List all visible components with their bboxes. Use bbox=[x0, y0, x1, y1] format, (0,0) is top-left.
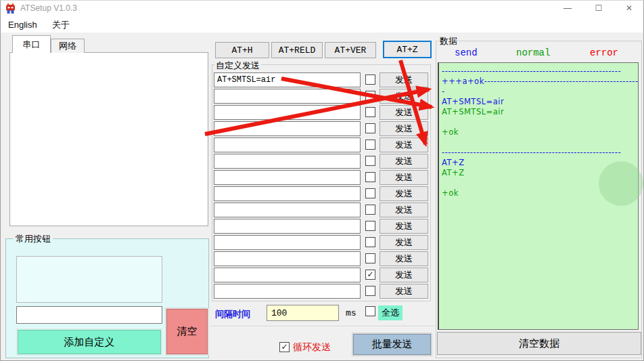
send-button-10[interactable]: 发送 bbox=[380, 235, 428, 250]
legend-error: error bbox=[590, 47, 618, 58]
custom-send-input-4[interactable] bbox=[214, 137, 361, 152]
custom-send-checkbox-8[interactable] bbox=[365, 205, 375, 215]
custom-send-input-10[interactable] bbox=[214, 235, 361, 250]
send-button-5[interactable]: 发送 bbox=[380, 154, 428, 169]
custom-send-checkbox-5[interactable] bbox=[365, 156, 375, 166]
interval-label: 间隔时间 bbox=[215, 308, 250, 320]
send-button-0[interactable]: 发送 bbox=[380, 72, 428, 87]
clear-common-button[interactable]: 清空 bbox=[166, 309, 208, 354]
clear-data-button[interactable]: 清空数据 bbox=[437, 332, 641, 355]
quick-button-atreld[interactable]: AT+RELD bbox=[271, 42, 323, 58]
menu-bar: English关于 bbox=[0, 17, 644, 33]
custom-send-input-9[interactable] bbox=[214, 219, 361, 234]
select-all-label: 全选 bbox=[378, 305, 402, 320]
title-bar: ATSetup V1.0.3 — ☐ ✕ bbox=[0, 0, 644, 17]
divider bbox=[210, 326, 434, 327]
minimize-button[interactable]: — bbox=[556, 0, 579, 17]
watermark-circle bbox=[599, 161, 643, 206]
custom-send-input-3[interactable] bbox=[214, 121, 361, 136]
custom-send-checkbox-1[interactable] bbox=[365, 91, 375, 101]
legend-normal: normal bbox=[516, 47, 550, 58]
data-log-line-3: AT+SMTSL=air bbox=[442, 97, 638, 107]
app-title: ATSetup V1.0.3 bbox=[20, 3, 77, 13]
send-button-1[interactable]: 发送 bbox=[380, 89, 428, 104]
custom-send-checkbox-12[interactable]: ✓ bbox=[365, 270, 375, 280]
interval-input[interactable] bbox=[267, 305, 339, 321]
custom-button-name-input[interactable] bbox=[16, 306, 162, 324]
send-button-3[interactable]: 发送 bbox=[380, 121, 428, 136]
legend-send: send bbox=[455, 47, 478, 58]
data-log-line-7 bbox=[442, 137, 638, 148]
custom-send-checkbox-9[interactable] bbox=[365, 221, 375, 231]
custom-send-input-1[interactable] bbox=[214, 89, 361, 104]
send-button-12[interactable]: 发送 bbox=[380, 268, 428, 282]
menu-item-english[interactable]: English bbox=[8, 20, 37, 30]
quick-button-atz[interactable]: AT+Z bbox=[383, 41, 432, 58]
send-button-13[interactable]: 发送 bbox=[380, 284, 428, 299]
custom-send-checkbox-0[interactable] bbox=[365, 75, 375, 85]
custom-send-input-7[interactable] bbox=[214, 186, 361, 201]
custom-send-input-5[interactable] bbox=[214, 154, 361, 169]
custom-send-checkbox-11[interactable] bbox=[365, 253, 375, 263]
tab-serial[interactable]: 串口 bbox=[12, 35, 51, 53]
custom-send-checkbox-4[interactable] bbox=[365, 140, 375, 150]
custom-send-input-0[interactable] bbox=[214, 72, 361, 87]
custom-send-checkbox-7[interactable] bbox=[365, 188, 375, 198]
data-log-line-8: ----------------------------------------… bbox=[442, 148, 638, 158]
send-button-6[interactable]: 发送 bbox=[380, 170, 428, 185]
custom-send-checkbox-6[interactable] bbox=[365, 172, 375, 182]
common-buttons-list[interactable] bbox=[16, 256, 162, 303]
send-button-9[interactable]: 发送 bbox=[380, 219, 428, 234]
send-button-8[interactable]: 发送 bbox=[380, 203, 428, 217]
custom-send-input-12[interactable] bbox=[214, 268, 361, 282]
send-button-4[interactable]: 发送 bbox=[380, 137, 428, 152]
send-button-7[interactable]: 发送 bbox=[380, 186, 428, 201]
custom-send-input-11[interactable] bbox=[214, 251, 361, 266]
loop-send-label: 循环发送 bbox=[293, 341, 331, 354]
data-log-line-4: AT+SMTSL=air bbox=[442, 107, 638, 117]
custom-send-input-2[interactable] bbox=[214, 105, 361, 120]
custom-send-checkbox-3[interactable] bbox=[365, 123, 375, 133]
batch-send-button[interactable]: 批量发送 bbox=[353, 334, 431, 355]
custom-send-title: 自定义发送 bbox=[214, 60, 261, 72]
loop-send-checkbox[interactable]: ✓ bbox=[279, 342, 290, 352]
close-button[interactable]: ✕ bbox=[618, 0, 641, 17]
data-log-line-0: ----------------------------------------… bbox=[442, 66, 638, 77]
send-button-2[interactable]: 发送 bbox=[380, 105, 428, 120]
data-log-line-2: - bbox=[442, 87, 638, 97]
app-icon bbox=[5, 3, 16, 14]
menu-item-about[interactable]: 关于 bbox=[52, 19, 70, 31]
add-custom-button[interactable]: 添加自定义 bbox=[18, 330, 161, 354]
data-title: 数据 bbox=[438, 35, 459, 47]
interval-unit-label: ms bbox=[346, 308, 356, 318]
common-buttons-title: 常用按钮 bbox=[14, 233, 53, 245]
quick-button-atver[interactable]: AT+VER bbox=[325, 42, 376, 58]
custom-send-input-13[interactable] bbox=[214, 284, 361, 299]
quick-button-ath[interactable]: AT+H bbox=[215, 42, 269, 58]
serial-tab-page bbox=[9, 52, 208, 226]
custom-send-checkbox-2[interactable] bbox=[365, 107, 375, 117]
data-log-line-5 bbox=[442, 117, 638, 127]
maximize-button[interactable]: ☐ bbox=[587, 0, 610, 17]
data-log-line-1: +++a+ok---------------------------------… bbox=[442, 77, 638, 87]
custom-send-checkbox-13[interactable] bbox=[365, 286, 375, 296]
tab-network[interactable]: 网络 bbox=[51, 39, 85, 53]
select-all-checkbox[interactable] bbox=[365, 306, 375, 316]
custom-send-input-8[interactable] bbox=[214, 203, 361, 217]
data-log-line-6: +ok bbox=[442, 127, 638, 137]
custom-send-checkbox-10[interactable] bbox=[365, 237, 375, 247]
send-button-11[interactable]: 发送 bbox=[380, 251, 428, 266]
custom-send-input-6[interactable] bbox=[214, 170, 361, 185]
